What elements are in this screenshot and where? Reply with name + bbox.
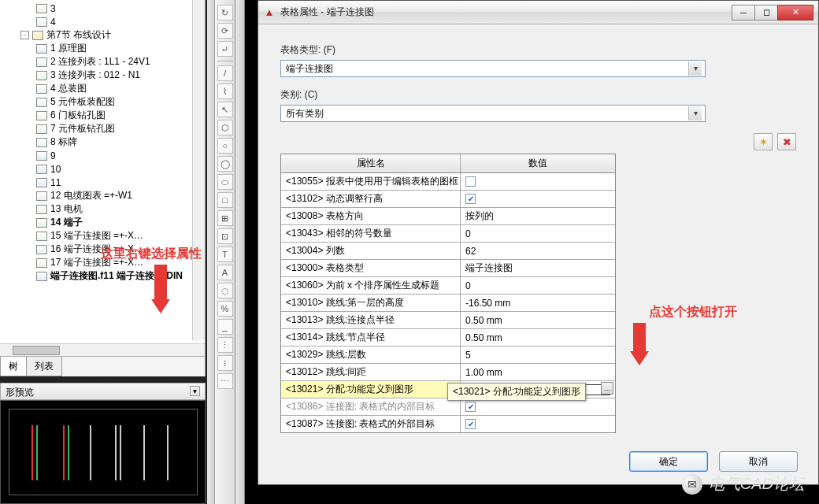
tool-button[interactable]: ⬭ (217, 174, 233, 190)
dialog-titlebar[interactable]: ▲ 表格属性 - 端子连接图 ─ ◻ ✕ (258, 1, 818, 24)
prop-value-cell[interactable]: ✔ (461, 416, 615, 432)
table-row[interactable]: <13060> 为前 x 个排序属性生成标题0 (281, 277, 615, 295)
table-row[interactable]: <13086> 连接图: 表格式的内部目标✔ (281, 398, 615, 416)
browse-button[interactable]: … (601, 382, 613, 395)
table-row[interactable]: <13008> 表格方向按列的 (281, 208, 615, 225)
tree-item[interactable]: 端子连接图.f11 端子连接图 DIN (0, 269, 205, 283)
tree-item[interactable]: 4 总装图 (0, 82, 205, 95)
tool-button[interactable]: ↻ (217, 5, 233, 20)
table-row[interactable]: <13029> 跳线:层数5 (281, 346, 615, 364)
tool-button[interactable]: ⋮ (217, 337, 233, 353)
close-button[interactable]: ✕ (777, 5, 813, 20)
prop-value-cell[interactable] (461, 173, 615, 190)
project-tree[interactable]: 34-第7节 布线设计1 原理图2 连接列表 : 1L1 - 24V13 连接列… (0, 0, 205, 340)
tool-button[interactable]: ⬡ (217, 120, 233, 135)
tool-button[interactable]: ⎯ (217, 319, 233, 335)
tool-button[interactable]: ⊞ (217, 210, 233, 226)
col-name-header[interactable]: 属性名 (281, 154, 461, 172)
tool-button[interactable]: ⟳ (217, 23, 233, 39)
tree-item[interactable]: 12 电缆图表 =+-W1 (0, 189, 205, 202)
prop-value-cell[interactable]: 0 (461, 225, 615, 242)
table-row[interactable]: <13013> 跳线:连接点半径0.50 mm (281, 312, 615, 329)
prop-value-cell[interactable]: 0 (461, 277, 615, 294)
prop-value-cell[interactable]: 0.50 mm (461, 329, 615, 346)
tab-list[interactable]: 列表 (26, 357, 62, 376)
tree-vscroll[interactable] (192, 0, 205, 340)
tree-item[interactable]: -第7节 布线设计 (0, 28, 205, 42)
tree-item[interactable]: 2 连接列表 : 1L1 - 24V1 (0, 55, 205, 69)
tool-button[interactable]: ◌ (217, 283, 233, 298)
tree-item[interactable]: 9 (0, 149, 205, 162)
prop-value-cell[interactable]: ✔ (461, 191, 615, 207)
prop-value-cell[interactable]: 1.00 mm (461, 364, 615, 380)
tool-button[interactable]: ⫶ (217, 355, 233, 371)
tool-button[interactable]: ◯ (217, 156, 233, 172)
checkbox[interactable] (465, 176, 476, 187)
table-row[interactable]: <13043> 相邻的符号数量0 (281, 225, 615, 243)
table-row[interactable]: <13102> 动态调整行高✔ (281, 191, 615, 208)
prop-name-cell: <13086> 连接图: 表格式的内部目标 (281, 398, 461, 415)
prop-value-cell[interactable]: 0.50 mm (461, 312, 615, 328)
preview-pin-icon[interactable]: ▾ (190, 386, 200, 396)
prop-value-cell[interactable]: 按列的 (461, 208, 615, 224)
maximize-button[interactable]: ◻ (754, 5, 778, 20)
tree-item[interactable]: 4 (0, 15, 205, 28)
tool-button[interactable]: T (217, 246, 233, 262)
table-row[interactable]: <13000> 表格类型端子连接图 (281, 260, 615, 277)
tree-item[interactable]: 5 元件板装配图 (0, 95, 205, 109)
tree-item[interactable]: 8 标牌 (0, 135, 205, 149)
table-row[interactable]: <13055> 报表中使用用于编辑表格的图框 (281, 173, 615, 191)
tool-button[interactable]: % (217, 301, 233, 317)
tree-item[interactable]: 6 门板钻孔图 (0, 109, 205, 122)
splitter-bar[interactable] (207, 0, 215, 504)
tree-label: 第7节 布线设计 (46, 28, 111, 42)
prop-value-cell[interactable]: ✔ (461, 398, 615, 415)
tree-item[interactable]: 1 原理图 (0, 42, 205, 55)
tool-button[interactable]: ↖ (217, 102, 233, 117)
cancel-button[interactable]: 取消 (719, 451, 798, 472)
preview-title: 形预览 (6, 387, 34, 398)
tool-button[interactable]: ⋯ (217, 373, 233, 389)
tree-item[interactable]: 13 电机 (0, 202, 205, 216)
prop-value-cell[interactable]: 62 (461, 243, 615, 259)
table-row[interactable]: <13012> 跳线:间距1.00 mm (281, 364, 615, 381)
prop-value-cell[interactable]: -16.50 mm (461, 295, 615, 311)
tree-label: 6 门板钻孔图 (50, 109, 106, 122)
tree-item[interactable]: 14 端子 (0, 216, 205, 229)
tree-hscroll[interactable] (0, 343, 205, 356)
minimize-button[interactable]: ─ (732, 5, 755, 20)
prop-value-cell[interactable]: 端子连接图 (461, 260, 615, 276)
tool-button[interactable]: ⊡ (217, 228, 233, 244)
tree-item[interactable]: 15 端子连接图 =+-X… (0, 229, 205, 243)
remove-property-button[interactable]: ✖ (777, 133, 796, 150)
tool-button[interactable]: ⤾ (217, 41, 233, 57)
page-icon (36, 17, 47, 27)
tool-button[interactable]: □ (217, 192, 233, 208)
checkbox[interactable]: ✔ (465, 419, 476, 429)
prop-value-cell[interactable]: 5 (461, 346, 615, 363)
scroll-thumb[interactable] (13, 346, 60, 355)
tool-button[interactable]: / (217, 65, 233, 81)
tree-item[interactable]: 3 连接列表 : 012 - N1 (0, 69, 205, 82)
checkbox[interactable]: ✔ (465, 402, 476, 412)
checkbox[interactable]: ✔ (465, 194, 476, 204)
tool-button[interactable]: A (217, 265, 233, 280)
type-select[interactable]: 端子连接图 (280, 60, 706, 77)
tree-item[interactable]: 10 (0, 162, 205, 176)
tool-button[interactable]: ⌇ (217, 83, 233, 99)
table-row[interactable]: <13010> 跳线:第一层的高度-16.50 mm (281, 295, 615, 312)
category-select[interactable]: 所有类别 (280, 105, 706, 122)
tree-item[interactable]: 3 (0, 2, 205, 15)
tool-button[interactable]: ○ (217, 138, 233, 154)
expand-icon[interactable]: - (20, 31, 29, 39)
ok-button[interactable]: 确定 (629, 451, 708, 472)
add-property-button[interactable]: ✶ (754, 133, 773, 150)
tree-label: 15 端子连接图 =+-X… (50, 229, 143, 243)
table-row[interactable]: <13087> 连接图: 表格式的外部目标✔ (281, 416, 615, 432)
tree-item[interactable]: 11 (0, 176, 205, 189)
table-row[interactable]: <13004> 列数62 (281, 243, 615, 260)
tree-item[interactable]: 7 元件板钻孔图 (0, 122, 205, 135)
table-row[interactable]: <13014> 跳线:节点半径0.50 mm (281, 329, 615, 346)
col-value-header[interactable]: 数值 (461, 154, 615, 172)
tab-tree[interactable]: 树 (0, 357, 27, 376)
